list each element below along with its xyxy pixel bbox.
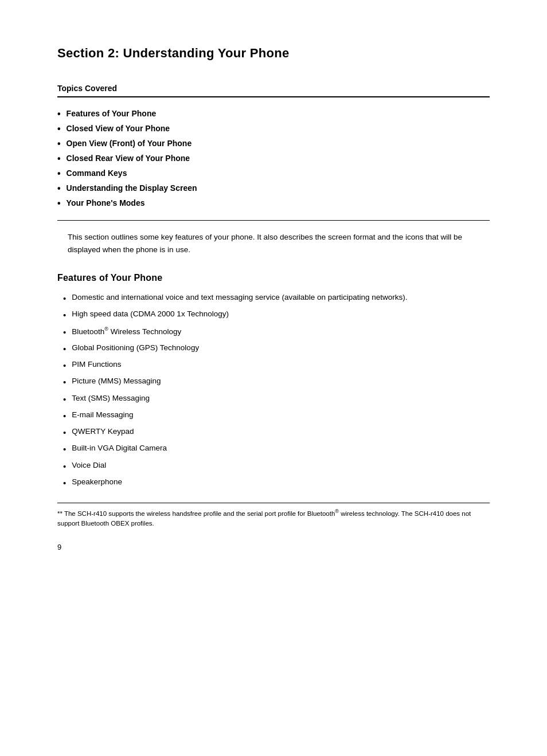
list-item: Text (SMS) Messaging — [63, 391, 490, 408]
list-item: Understanding the Display Screen — [57, 181, 490, 196]
list-item: Domestic and international voice and tex… — [63, 290, 490, 307]
list-item: Command Keys — [57, 166, 490, 181]
list-item: Global Positioning (GPS) Technology — [63, 340, 490, 357]
list-item: Voice Dial — [63, 458, 490, 475]
intro-paragraph: This section outlines some key features … — [68, 231, 479, 256]
topics-divider-bottom — [57, 220, 490, 221]
list-item: QWERTY Keypad — [63, 424, 490, 441]
list-item: Picture (MMS) Messaging — [63, 374, 490, 390]
list-item: Your Phone's Modes — [57, 196, 490, 211]
list-item: E-mail Messaging — [63, 408, 490, 424]
topics-divider-top — [57, 96, 490, 97]
topics-list: Features of Your Phone Closed View of Yo… — [57, 107, 490, 211]
list-item: Open View (Front) of Your Phone — [57, 136, 490, 151]
features-section-title: Features of Your Phone — [57, 273, 490, 283]
section-title: Section 2: Understanding Your Phone — [57, 46, 490, 61]
list-item: Closed View of Your Phone — [57, 122, 490, 136]
footnote-divider — [57, 503, 490, 503]
list-item: Closed Rear View of Your Phone — [57, 151, 490, 166]
list-item: Speakerphone — [63, 475, 490, 491]
list-item: High speed data (CDMA 2000 1x Technology… — [63, 307, 490, 323]
list-item: Built-in VGA Digital Camera — [63, 441, 490, 457]
list-item: Features of Your Phone — [57, 107, 490, 122]
features-list: Domestic and international voice and tex… — [57, 290, 490, 491]
topics-covered-section: Topics Covered Features of Your Phone Cl… — [57, 84, 490, 221]
footnote: ** The SCH-r410 supports the wireless ha… — [57, 508, 490, 528]
topics-covered-label: Topics Covered — [57, 84, 490, 93]
page-number: 9 — [57, 543, 490, 551]
page-container: Section 2: Understanding Your Phone Topi… — [0, 0, 547, 756]
list-item: Bluetooth® Wireless Technology — [63, 324, 490, 340]
list-item: PIM Functions — [63, 357, 490, 374]
